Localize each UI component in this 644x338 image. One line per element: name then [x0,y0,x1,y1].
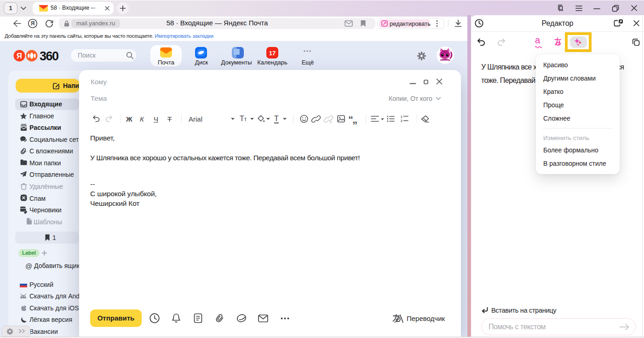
svg-text:2: 2 [401,119,402,122]
svg-text:Я: Я [31,20,35,27]
svg-text:1: 1 [401,115,402,118]
svg-text:17: 17 [269,50,276,57]
svg-text:Я: Я [17,52,22,60]
